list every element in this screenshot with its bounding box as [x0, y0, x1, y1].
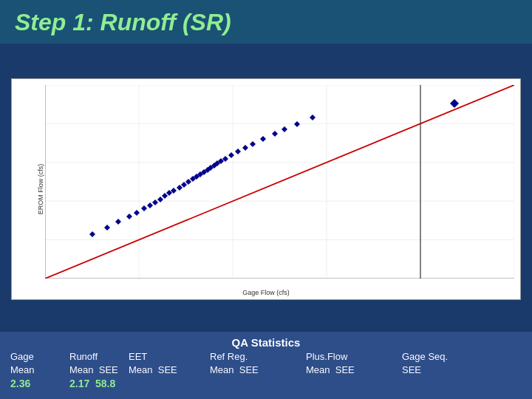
svg-marker-36: [157, 197, 163, 202]
page-title: Step 1: Runoff (SR): [15, 9, 517, 36]
svg-marker-41: [181, 182, 187, 188]
stats-col-gageseq: Gage Seq. SEE: [402, 350, 461, 392]
runoff-label: Runoff: [69, 350, 98, 364]
plusflow-value: [306, 377, 309, 392]
x-axis-label: Gage Flow (cfs): [242, 289, 290, 296]
stats-col-runoff: Runoff Mean SEE 2.17 58.8: [69, 350, 129, 392]
chart-svg: 100,000 10,000 1,000 100 10 1 1 10 100 1…: [45, 85, 514, 279]
svg-marker-30: [115, 219, 121, 225]
stats-title: QA Statistics: [10, 336, 522, 349]
gageseq-see-label: SEE: [402, 364, 421, 377]
svg-marker-58: [272, 131, 278, 137]
svg-marker-29: [104, 225, 110, 231]
svg-marker-57: [260, 136, 266, 142]
stats-col-eet: EET Mean SEE: [129, 350, 210, 392]
y-axis-label: EROM Flow (cfs): [37, 164, 44, 215]
gageseq-label: Gage Seq.: [402, 350, 448, 364]
eet-value: [129, 377, 132, 392]
svg-marker-62: [450, 99, 459, 108]
svg-marker-28: [89, 231, 95, 237]
plusflow-label: Plus.Flow: [306, 350, 347, 364]
svg-marker-55: [242, 145, 248, 151]
stats-col-plusflow: Plus.Flow Mean SEE: [306, 350, 402, 392]
eet-mean-label: Mean SEE: [129, 364, 177, 377]
gage-value: 2.36: [10, 377, 30, 392]
stats-bar: QA Statistics Gage Mean 2.36 Runoff Mean…: [0, 332, 532, 399]
gage-label: Gage: [10, 350, 34, 364]
svg-line-26: [45, 85, 514, 279]
gageseq-value: [402, 377, 405, 392]
svg-marker-31: [126, 214, 132, 219]
plusflow-mean-label: Mean SEE: [306, 364, 355, 377]
stats-col-gage: Gage Mean 2.36: [10, 350, 69, 392]
svg-marker-53: [228, 152, 234, 158]
refreg-label: Ref Reg.: [210, 350, 248, 364]
chart-container: EROM Flow (cfs) Gage Flow (cfs): [11, 78, 521, 300]
svg-marker-37: [162, 193, 168, 199]
stats-col-refreg: Ref Reg. Mean SEE: [210, 350, 306, 392]
refreg-mean-label: Mean SEE: [210, 364, 259, 377]
runoff-mean-label: Mean SEE: [69, 364, 118, 377]
svg-marker-60: [294, 121, 300, 127]
gage-mean-label: Mean: [10, 364, 35, 377]
chart-area: EROM Flow (cfs) Gage Flow (cfs): [0, 44, 532, 332]
runoff-value: 2.17 58.8: [69, 377, 115, 392]
svg-marker-54: [235, 149, 241, 154]
svg-marker-33: [141, 205, 147, 211]
header: Step 1: Runoff (SR): [0, 0, 532, 44]
svg-marker-56: [250, 141, 256, 147]
svg-marker-35: [152, 200, 158, 205]
refreg-value: [210, 377, 213, 392]
svg-marker-42: [185, 179, 191, 185]
svg-marker-40: [177, 185, 183, 191]
svg-marker-34: [147, 202, 153, 208]
app: Step 1: Runoff (SR) EROM Flow (cfs) Gage…: [0, 0, 532, 399]
svg-marker-61: [310, 115, 316, 120]
svg-marker-59: [282, 126, 287, 132]
eet-label: EET: [129, 350, 147, 364]
stats-row: Gage Mean 2.36 Runoff Mean SEE 2.17 58.8…: [10, 350, 522, 392]
